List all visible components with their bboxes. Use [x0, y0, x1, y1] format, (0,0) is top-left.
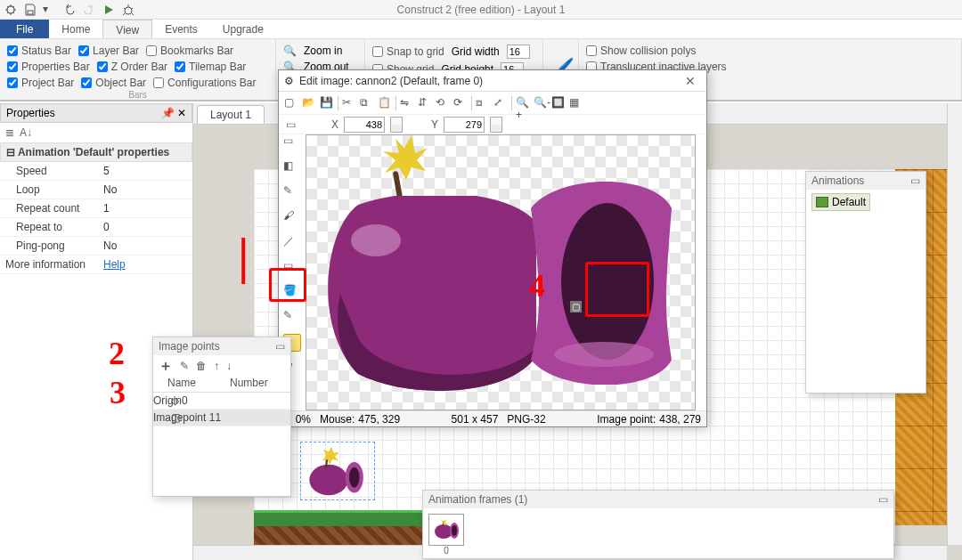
save-icon[interactable] — [23, 3, 37, 17]
chk-object-bar[interactable]: Object Bar — [81, 77, 146, 89]
chk-zorder-bar[interactable]: Z Order Bar — [97, 61, 167, 73]
rotate-cw-icon[interactable]: ⟳ — [453, 96, 468, 110]
tab-file[interactable]: File — [0, 20, 49, 38]
tab-upgrade[interactable]: Upgrade — [210, 20, 276, 38]
tab-events[interactable]: Events — [152, 20, 210, 38]
prop-row-repeat-to[interactable]: Repeat to0 — [0, 218, 192, 237]
save-dropdown-icon[interactable]: ▾ — [43, 3, 57, 17]
delete-image-point-button[interactable]: 🗑 — [196, 360, 207, 372]
color-picker-icon[interactable]: ✎ — [283, 309, 301, 327]
col-number: Number — [230, 377, 268, 392]
select-tool-icon[interactable]: ▭ — [283, 134, 301, 152]
animations-title: Animations — [811, 174, 864, 187]
image-editor-toolbar: ▢ 📂 💾 ✂ ⧉ 📋 ⇋ ⇵ ⟲ ⟳ ⧈ ⤢ 🔍+ 🔍- 🔲 ▦ — [279, 92, 706, 115]
props-sort-icon[interactable]: A↓ — [20, 126, 32, 139]
zoomout-icon[interactable]: 🔍- — [534, 96, 548, 110]
rect-select-icon[interactable]: ▭ — [286, 118, 296, 131]
prop-row-loop[interactable]: LoopNo — [0, 181, 192, 199]
chk-properties-bar[interactable]: Properties Bar — [7, 61, 90, 73]
mouse-readout: 475, 329 — [358, 413, 400, 426]
image-editor-window: ⚙Edit image: cannon2 (Default, frame 0) … — [278, 69, 707, 427]
y-label: Y — [431, 118, 438, 131]
open-icon[interactable]: 📂 — [302, 96, 316, 110]
paste-icon[interactable]: 📋 — [378, 96, 392, 110]
window-title: Construct 2 (free edition) - Layout 1 — [397, 4, 566, 16]
brush-tool-icon[interactable]: 🖌 — [283, 209, 301, 227]
tab-view[interactable]: View — [102, 20, 152, 38]
svg-point-2 — [125, 7, 132, 14]
animation-frames-close-icon[interactable]: ▭ — [878, 493, 888, 506]
layout-vscrollbar[interactable] — [947, 103, 962, 545]
props-categorize-icon[interactable]: ≣ — [5, 126, 14, 139]
rename-image-point-button[interactable]: ✎ — [180, 360, 189, 372]
imagepoint-label: Image point: — [597, 413, 656, 426]
image-points-close-icon[interactable]: ▭ — [275, 340, 285, 353]
properties-pin-icon[interactable]: 📌 — [161, 107, 175, 119]
image-point-row-1[interactable]: ▢ Imagepoint 11 — [153, 410, 290, 426]
frame-0[interactable]: 0 — [428, 514, 464, 556]
move-up-image-point-button[interactable]: ↑ — [214, 360, 219, 372]
imagepoint-marker-icon: ▢ — [157, 411, 233, 424]
y-spinner[interactable] — [490, 117, 502, 133]
zoomin-icon[interactable]: 🔍+ — [516, 96, 530, 110]
grid-icon[interactable]: ▦ — [569, 96, 583, 110]
svg-point-5 — [349, 467, 360, 488]
animations-close-icon[interactable]: ▭ — [910, 174, 920, 187]
chk-collision-polys[interactable]: Show collision polys — [586, 45, 696, 57]
svg-point-8 — [554, 342, 654, 367]
clear-icon[interactable]: ▢ — [284, 96, 298, 110]
chk-tilemap-bar[interactable]: Tilemap Bar — [175, 61, 246, 73]
move-down-image-point-button[interactable]: ↓ — [226, 360, 232, 372]
image-point-row-origin[interactable]: ◇ Origin0 — [153, 393, 290, 410]
chk-layer-bar[interactable]: Layer Bar — [78, 45, 139, 57]
chk-snap-grid[interactable]: Snap to grid — [372, 45, 444, 58]
x-spinner[interactable] — [390, 117, 403, 133]
zoom11-icon[interactable]: 🔲 — [551, 96, 566, 110]
chk-project-bar[interactable]: Project Bar — [7, 77, 74, 89]
prop-row-more-info: More informationHelp — [0, 256, 192, 274]
debug-icon[interactable] — [121, 3, 135, 17]
run-icon[interactable] — [102, 3, 116, 17]
cannon-sprite[interactable] — [306, 445, 370, 497]
redo-icon[interactable] — [82, 3, 96, 17]
add-image-point-button[interactable]: ＋ — [159, 357, 173, 376]
undo-icon[interactable] — [62, 3, 77, 17]
annotation-box-4 — [585, 262, 649, 317]
layout-tab[interactable]: Layout 1 — [197, 105, 265, 124]
prop-row-speed[interactable]: Speed5 — [0, 162, 192, 181]
mirror-icon[interactable]: ⇋ — [400, 96, 414, 110]
resize-icon[interactable]: ⤢ — [493, 96, 508, 110]
col-name: Name — [153, 377, 230, 392]
image-point-marker[interactable]: ▢ — [570, 301, 582, 312]
crop-icon[interactable]: ⧈ — [476, 96, 490, 110]
zoom-in-icon[interactable]: 🔍 — [283, 45, 297, 57]
chk-status-bar[interactable]: Status Bar — [7, 45, 71, 57]
pencil-tool-icon[interactable]: ✎ — [283, 184, 301, 202]
rotate-ccw-icon[interactable]: ⟲ — [436, 96, 450, 110]
animation-item-default[interactable]: Default — [811, 193, 870, 211]
frame-index: 0 — [428, 546, 464, 556]
zoom-in-label[interactable]: Zoom in — [304, 45, 342, 57]
help-link[interactable]: Help — [103, 258, 126, 271]
flip-icon[interactable]: ⇵ — [418, 96, 432, 110]
cut-icon[interactable]: ✂ — [342, 96, 356, 110]
origin-marker-icon: ◇ — [157, 394, 233, 407]
gear-icon[interactable] — [4, 3, 18, 17]
image-editor-close-button[interactable]: ✕ — [680, 72, 701, 90]
eraser-tool-icon[interactable]: ◧ — [283, 159, 301, 177]
tab-home[interactable]: Home — [49, 20, 102, 38]
copy-icon[interactable]: ⧉ — [360, 96, 374, 110]
prop-row-ping-pong[interactable]: Ping-pongNo — [0, 237, 192, 256]
grid-width-input[interactable] — [507, 45, 530, 59]
chk-bookmarks-bar[interactable]: Bookmarks Bar — [146, 45, 233, 57]
line-tool-icon[interactable]: ／ — [283, 234, 301, 252]
save-icon[interactable]: 💾 — [320, 96, 334, 110]
properties-close-icon[interactable]: ✕ — [177, 107, 186, 119]
animation-frames-title: Animation frames (1) — [428, 493, 527, 506]
y-input[interactable] — [444, 117, 485, 133]
annotation-1: | — [238, 228, 249, 285]
chk-configs-bar[interactable]: Configurations Bar — [153, 77, 256, 89]
x-input[interactable] — [344, 117, 385, 133]
prop-row-repeat-count[interactable]: Repeat count1 — [0, 199, 192, 218]
svg-point-3 — [309, 465, 347, 496]
